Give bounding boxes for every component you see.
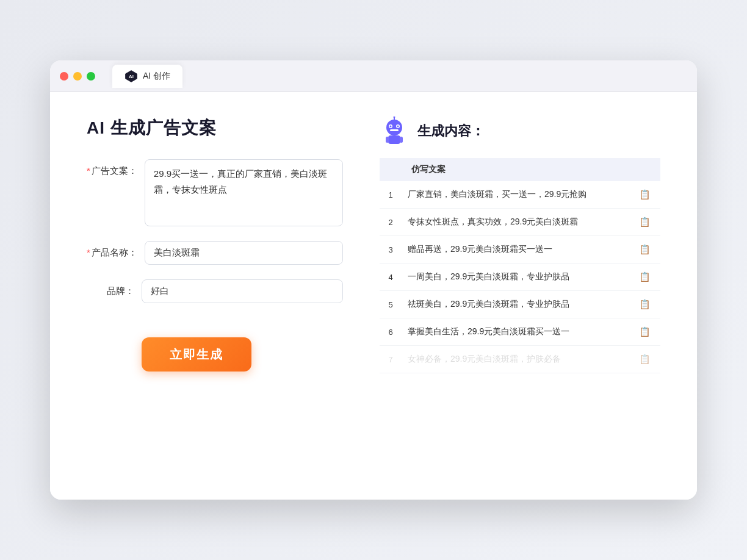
tab-bar: AI AI 创作 <box>112 65 182 88</box>
copy-button[interactable]: 📋 <box>635 243 654 256</box>
svg-point-2 <box>386 120 402 135</box>
row-content: 厂家直销，美白淡斑霜，买一送一，29.9元抢购 <box>402 181 629 209</box>
row-action: 📋 <box>629 318 660 346</box>
svg-point-5 <box>390 126 392 127</box>
right-panel: 生成内容： 仿写文案 1厂家直销，美白淡斑霜，买一送一，29.9元抢购📋2专抹女… <box>380 117 660 475</box>
product-name-required: * <box>87 247 90 257</box>
brand-group: 品牌： <box>87 279 343 303</box>
row-content: 掌握美白生活，29.9元美白淡斑霜买一送一 <box>402 318 629 346</box>
tab-ai-create[interactable]: AI AI 创作 <box>112 65 182 88</box>
copy-button[interactable]: 📋 <box>635 188 654 201</box>
svg-point-9 <box>394 117 395 118</box>
row-number: 4 <box>380 264 402 291</box>
row-number: 3 <box>380 236 402 264</box>
col-content-header: 仿写文案 <box>402 158 629 181</box>
robot-icon <box>380 117 409 146</box>
svg-rect-10 <box>388 135 400 144</box>
results-header: 生成内容： <box>380 117 660 146</box>
product-name-input[interactable] <box>145 241 343 265</box>
table-row: 3赠品再送，29.9元美白淡斑霜买一送一📋 <box>380 236 660 264</box>
row-action: 📋 <box>629 209 660 236</box>
table-row: 6掌握美白生活，29.9元美白淡斑霜买一送一📋 <box>380 318 660 346</box>
traffic-lights <box>60 72 95 81</box>
row-action: 📋 <box>629 264 660 291</box>
row-content: 女神必备，29.9元美白淡斑霜，护肤必备 <box>402 346 629 373</box>
row-content: 一周美白，29.9元美白淡斑霜，专业护肤品 <box>402 264 629 291</box>
row-number: 6 <box>380 318 402 346</box>
ad-copy-group: *广告文案： <box>87 159 343 226</box>
copy-button[interactable]: 📋 <box>635 353 654 365</box>
row-content: 祛斑美白，29.9元美白淡斑霜，专业护肤品 <box>402 291 629 318</box>
table-row: 5祛斑美白，29.9元美白淡斑霜，专业护肤品📋 <box>380 291 660 318</box>
row-action: 📋 <box>629 181 660 209</box>
minimize-button[interactable] <box>73 72 82 81</box>
results-table-header: 仿写文案 <box>380 158 660 181</box>
col-num-header <box>380 158 402 181</box>
row-action: 📋 <box>629 291 660 318</box>
svg-rect-12 <box>400 137 403 143</box>
svg-point-6 <box>397 126 399 127</box>
col-action-header <box>629 158 660 181</box>
page-title: AI 生成广告文案 <box>87 117 343 140</box>
copy-button[interactable]: 📋 <box>635 270 654 283</box>
left-panel: AI 生成广告文案 *广告文案： *产品名称： 品牌： 立 <box>87 117 343 475</box>
browser-window: AI AI 创作 AI 生成广告文案 *广告文案： *产品名称： <box>50 60 697 500</box>
results-table-body: 1厂家直销，美白淡斑霜，买一送一，29.9元抢购📋2专抹女性斑点，真实功效，29… <box>380 181 660 373</box>
browser-toolbar: AI AI 创作 <box>50 60 697 92</box>
table-row: 2专抹女性斑点，真实功效，29.9元美白淡斑霜📋 <box>380 209 660 236</box>
row-number: 7 <box>380 346 402 373</box>
table-row: 4一周美白，29.9元美白淡斑霜，专业护肤品📋 <box>380 264 660 291</box>
svg-rect-7 <box>390 129 399 131</box>
generate-button[interactable]: 立即生成 <box>142 337 251 372</box>
results-table: 仿写文案 1厂家直销，美白淡斑霜，买一送一，29.9元抢购📋2专抹女性斑点，真实… <box>380 158 660 373</box>
brand-input[interactable] <box>142 279 343 303</box>
ad-copy-required: * <box>87 165 90 176</box>
table-row: 1厂家直销，美白淡斑霜，买一送一，29.9元抢购📋 <box>380 181 660 209</box>
ai-icon: AI <box>125 70 138 83</box>
browser-content: AI 生成广告文案 *广告文案： *产品名称： 品牌： 立 <box>50 92 697 500</box>
close-button[interactable] <box>60 72 68 81</box>
copy-button[interactable]: 📋 <box>635 325 654 338</box>
ad-copy-label: *广告文案： <box>87 159 145 177</box>
row-action: 📋 <box>629 346 660 373</box>
row-number: 1 <box>380 181 402 209</box>
ad-copy-input[interactable] <box>145 159 343 226</box>
copy-button[interactable]: 📋 <box>635 298 654 311</box>
svg-text:AI: AI <box>129 74 134 79</box>
results-title: 生成内容： <box>417 122 485 140</box>
copy-button[interactable]: 📋 <box>635 215 654 228</box>
product-name-label: *产品名称： <box>87 241 145 259</box>
table-row: 7女神必备，29.9元美白淡斑霜，护肤必备📋 <box>380 346 660 373</box>
product-name-group: *产品名称： <box>87 241 343 265</box>
row-number: 5 <box>380 291 402 318</box>
row-action: 📋 <box>629 236 660 264</box>
maximize-button[interactable] <box>87 72 95 81</box>
tab-label: AI 创作 <box>143 71 170 82</box>
row-number: 2 <box>380 209 402 236</box>
row-content: 专抹女性斑点，真实功效，29.9元美白淡斑霜 <box>402 209 629 236</box>
brand-label: 品牌： <box>87 279 142 297</box>
row-content: 赠品再送，29.9元美白淡斑霜买一送一 <box>402 236 629 264</box>
svg-rect-11 <box>386 137 389 143</box>
